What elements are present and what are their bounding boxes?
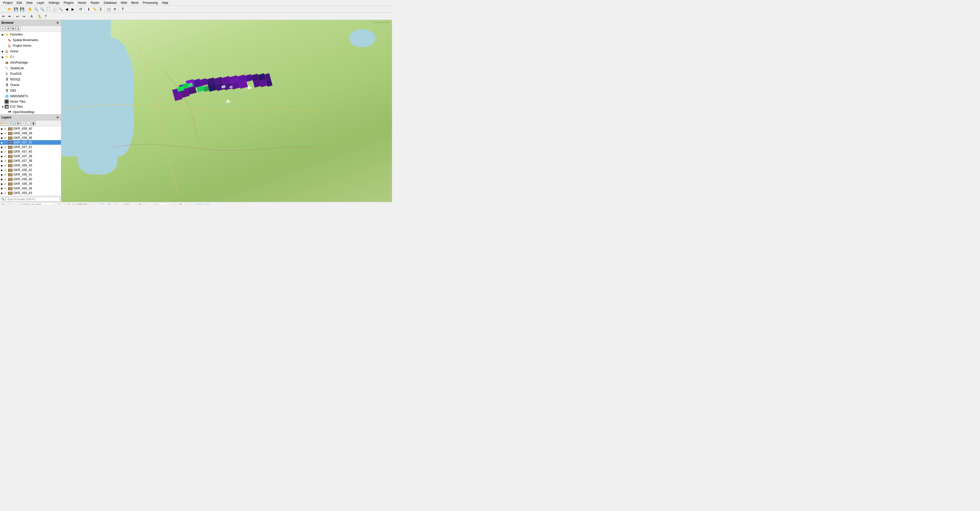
edit-btn[interactable]: ✏: [1, 14, 6, 19]
help-btn[interactable]: ?: [43, 14, 48, 19]
zoom-selection-btn[interactable]: 🔍: [58, 6, 63, 12]
menu-view[interactable]: View: [24, 0, 35, 5]
layer-check-icon[interactable]: ✓: [4, 187, 8, 190]
identify-btn[interactable]: ℹ: [86, 6, 91, 12]
zoom-in-btn[interactable]: 🔍: [33, 6, 39, 12]
label-btn[interactable]: A: [29, 14, 35, 19]
layer-check-icon[interactable]: ✓: [4, 150, 8, 153]
menu-project[interactable]: Project: [1, 0, 14, 5]
browser-info-btn[interactable]: ℹ: [16, 26, 21, 31]
menu-edit[interactable]: Edit: [14, 0, 24, 5]
layer-item-gkr-437-38[interactable]: ▶ ✓ GKR_437_38: [0, 159, 61, 163]
new-project-btn[interactable]: 📄: [1, 6, 6, 12]
menu-raster[interactable]: Raster: [89, 0, 102, 5]
tree-item-favorites[interactable]: ▶ ⭐ Favorites: [0, 32, 61, 37]
rotation-input[interactable]: [152, 203, 168, 205]
tree-item-spatial-bookmarks[interactable]: 🔖 Spatial Bookmarks: [0, 37, 61, 43]
menu-web[interactable]: Web: [119, 0, 129, 5]
layer-check-icon[interactable]: ✓: [4, 178, 8, 181]
layer-check-icon[interactable]: ✓: [4, 164, 8, 167]
tree-item-c-drive[interactable]: ▶ 📁 C:\: [0, 54, 61, 60]
layers-close-icon[interactable]: ✕: [56, 115, 59, 119]
browser-add-btn[interactable]: +: [0, 26, 5, 31]
layers-add-btn[interactable]: +: [6, 121, 10, 126]
layers-open-btn[interactable]: 📂: [0, 121, 5, 126]
tree-item-postgis[interactable]: 🐘 PostGIS: [0, 71, 61, 76]
scale-dropdown-btn[interactable]: ▼: [90, 203, 95, 205]
layer-item-gkr-438-40[interactable]: ▶ ✓ GKR_438_40: [0, 126, 61, 131]
menu-vector[interactable]: Vector: [76, 0, 89, 5]
digitize-btn[interactable]: ✒: [7, 14, 13, 19]
tree-item-home[interactable]: ▶ 🏠 Home: [0, 48, 61, 54]
tree-item-oracle[interactable]: 🗄 Oracle: [0, 82, 61, 88]
browser-refresh-btn[interactable]: ↺: [6, 26, 10, 31]
menu-processing[interactable]: Processing: [141, 0, 160, 5]
select-btn[interactable]: ▢: [106, 6, 111, 12]
layer-item-gkr-436-38[interactable]: ▶ ✓ GKR_436_38: [0, 186, 61, 191]
redo-btn[interactable]: ↪: [21, 14, 27, 19]
zoom-next-btn[interactable]: ▶: [70, 6, 76, 12]
layer-check-icon[interactable]: ✓: [4, 141, 8, 144]
save-as-btn[interactable]: 💾: [19, 6, 25, 12]
statistic-btn[interactable]: Σ: [98, 6, 103, 12]
layers-remove-btn[interactable]: 🗑: [31, 121, 36, 126]
tree-item-openstreetmap[interactable]: 🗺 OpenStreetMap: [0, 109, 61, 115]
layers-filter-btn[interactable]: 🔍: [11, 121, 15, 126]
tree-item-project-home[interactable]: 🏠 Project Home: [0, 43, 61, 48]
browser-close-icon[interactable]: ✕: [56, 21, 59, 25]
tree-item-geopackage[interactable]: 📦 GeoPackage: [0, 60, 61, 65]
layer-check-icon[interactable]: ✓: [4, 159, 8, 162]
layer-item-gkr-436-41[interactable]: ▶ ✓ GKR_436_41: [0, 172, 61, 177]
zoom-full-btn[interactable]: ⛶: [45, 6, 51, 12]
pan-btn[interactable]: ✋: [27, 6, 33, 12]
menu-help[interactable]: Help: [160, 0, 170, 5]
layers-down-btn[interactable]: ↓: [26, 121, 30, 126]
zoom-prev-btn[interactable]: ◀: [64, 6, 69, 12]
layer-item-gkr-438-38[interactable]: ▶ ✓ GKR_438_38: [0, 135, 61, 140]
layer-item-gkr-437-40[interactable]: ▶ ✓ GKR_437_40: [0, 149, 61, 154]
layer-item-gkr-436-43[interactable]: ▶ ✓ GKR_436_43: [0, 163, 61, 168]
tree-item-wms[interactable]: 🌐 WMS/WMTS: [0, 94, 61, 99]
zoom-out-btn[interactable]: 🔍: [39, 6, 45, 12]
menu-plugins[interactable]: Plugins: [62, 0, 76, 5]
open-btn[interactable]: 📂: [7, 6, 13, 12]
coordinate-input[interactable]: [19, 203, 55, 205]
layer-item-gkr-438-39[interactable]: ▶ ✓ GKR_438_39: [0, 131, 61, 135]
layer-item-gkr-436-42[interactable]: ▶ ✓ GKR_436_42: [0, 168, 61, 172]
menu-layer[interactable]: Layer: [35, 0, 46, 5]
layer-item-gkr-437-42[interactable]: ▶ ✓ GKR_437_42: [0, 140, 61, 145]
layer-item-gkr-435-43[interactable]: ▶ ✓ GKR_435_43: [0, 191, 61, 195]
layers-up-btn[interactable]: ↑: [21, 121, 25, 126]
layer-check-icon[interactable]: ✓: [4, 127, 8, 131]
tree-item-spatialite[interactable]: 🔧 SpatiaLite: [0, 65, 61, 71]
save-btn[interactable]: 💾: [13, 6, 19, 12]
tree-item-xyz-tiles[interactable]: ▼ ▦ XYZ Tiles: [0, 104, 61, 109]
layer-item-gkr-437-39[interactable]: ▶ ✓ GKR_437_39: [0, 154, 61, 159]
menu-settings[interactable]: Settings: [46, 0, 62, 5]
undo-btn[interactable]: ↩: [15, 14, 21, 19]
locate-input[interactable]: [6, 197, 60, 201]
python-btn[interactable]: 🐍: [37, 14, 42, 19]
map-area[interactable]: © OpenStreetMap: [61, 20, 392, 202]
tree-item-mssql[interactable]: 🗄 MSSQL: [0, 76, 61, 82]
layer-check-icon[interactable]: ✓: [4, 182, 8, 186]
layer-check-icon[interactable]: ✓: [4, 169, 8, 172]
epsg-label[interactable]: EPSG:4326: [195, 204, 210, 205]
magnifier-input[interactable]: [122, 203, 132, 205]
text-btn[interactable]: T: [120, 6, 126, 12]
browser-filter-btn[interactable]: ⚙: [11, 26, 15, 31]
layer-check-icon[interactable]: ✓: [4, 173, 8, 177]
measure-btn[interactable]: 📏: [92, 6, 97, 12]
layer-check-icon[interactable]: ✓: [4, 191, 8, 195]
layer-check-icon[interactable]: ✓: [4, 132, 8, 135]
deselect-btn[interactable]: ✕: [112, 6, 118, 12]
layers-manage-btn[interactable]: ⚙: [16, 121, 21, 126]
tree-item-vector-tiles[interactable]: ⬛ Vector Tiles: [0, 99, 61, 104]
layer-item-gkr-436-40[interactable]: ▶ ✓ GKR_436_40: [0, 177, 61, 181]
layer-check-icon[interactable]: ✓: [4, 136, 8, 140]
layer-check-icon[interactable]: ✓: [4, 155, 8, 158]
tree-item-db2[interactable]: 🗄 DB2: [0, 88, 61, 94]
layer-item-gkr-437-41[interactable]: ▶ ✓ GKR_437_41: [0, 145, 61, 149]
refresh-btn[interactable]: ↺: [78, 6, 83, 12]
menu-database[interactable]: Database: [102, 0, 119, 5]
